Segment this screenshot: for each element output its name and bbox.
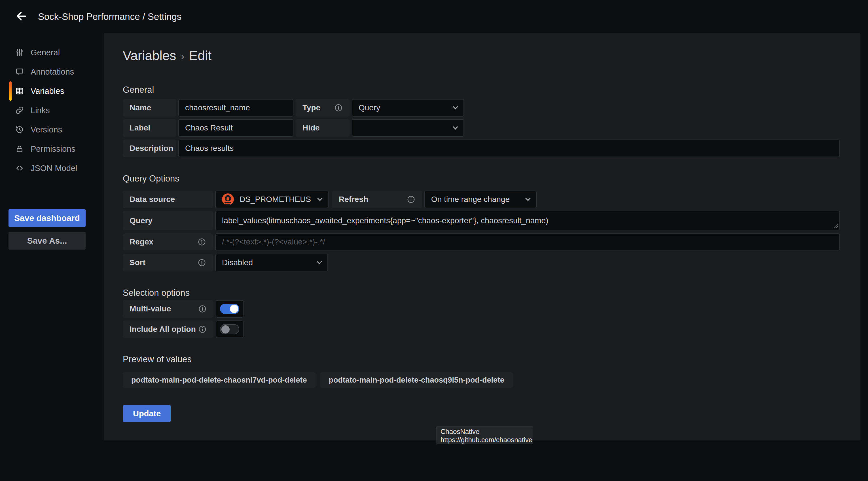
page-title: Sock-Shop Performance / Settings: [38, 11, 181, 22]
description-field-wrap: [178, 140, 840, 157]
tooltip-title: ChaosNative: [440, 427, 529, 435]
sort-row: Sort Disabled: [123, 254, 328, 271]
query-row: Query label_values(litmuschaos_awaited_e…: [123, 211, 840, 230]
preview-heading: Preview of values: [123, 354, 192, 364]
sliders-icon: [15, 48, 24, 57]
save-dashboard-button[interactable]: Save dashboard: [8, 209, 86, 227]
chevron-down-icon: [453, 124, 458, 129]
sidebar-item-label: General: [31, 48, 60, 57]
resize-handle-icon[interactable]: [833, 223, 838, 229]
datasource-select[interactable]: DS_PROMETHEUS: [215, 190, 329, 208]
description-input[interactable]: [185, 144, 833, 153]
preview-values: podtato-main-pod-delete-chaosnl7vd-pod-d…: [123, 372, 513, 388]
include-all-row: Include All option: [123, 321, 244, 338]
name-label: Name: [123, 99, 176, 117]
refresh-select[interactable]: On time range change: [424, 190, 537, 208]
sidebar-item-general[interactable]: General: [0, 43, 104, 62]
general-section-heading: General: [123, 85, 154, 95]
info-icon[interactable]: [198, 305, 207, 313]
chevron-down-icon: [317, 196, 322, 201]
sidebar-item-label: Links: [31, 106, 50, 115]
sort-label: Sort: [123, 254, 213, 271]
datasource-refresh-row: Data source DS_PROMETHEUS Refresh On tim…: [123, 190, 537, 208]
top-bar: Sock-Shop Performance / Settings: [0, 0, 868, 33]
include-all-label: Include All option: [123, 321, 213, 338]
sidebar-item-label: Permissions: [31, 144, 75, 154]
multi-value-row: Multi-value: [123, 300, 244, 318]
query-label: Query: [123, 211, 213, 230]
label-label: Label: [123, 119, 176, 137]
multi-value-toggle-wrap: [216, 300, 244, 318]
multi-value-label: Multi-value: [123, 300, 213, 318]
refresh-label: Refresh: [332, 190, 422, 208]
back-button[interactable]: [13, 9, 29, 25]
info-icon[interactable]: [407, 195, 415, 204]
sidebar-item-variables[interactable]: Variables: [0, 81, 104, 101]
regex-row: Regex: [123, 233, 840, 250]
settings-sidebar: General Annotations Variables: [0, 43, 104, 178]
type-label: Type: [296, 99, 349, 117]
sidebar-item-label: Versions: [31, 125, 62, 134]
link-icon: [15, 106, 24, 115]
history-icon: [15, 125, 24, 134]
regex-field-wrap: [215, 233, 840, 250]
sidebar-item-label: JSON Model: [31, 163, 77, 173]
info-icon[interactable]: [334, 103, 343, 112]
include-all-toggle[interactable]: [220, 324, 239, 334]
arrow-left-icon: [15, 10, 28, 24]
type-select[interactable]: Query: [352, 99, 464, 117]
info-icon[interactable]: [197, 259, 206, 267]
chevron-down-icon: [525, 196, 530, 201]
sidebar-item-label: Annotations: [31, 67, 74, 77]
active-tab-indicator: [9, 81, 11, 101]
save-as-button[interactable]: Save As...: [8, 232, 86, 249]
tooltip-url: https://github.com/chaosnative: [440, 435, 529, 444]
calculator-icon: [15, 86, 24, 96]
description-label: Description: [123, 140, 176, 157]
name-type-row: Name Type Query: [123, 99, 464, 117]
regex-input[interactable]: [222, 237, 833, 246]
label-input[interactable]: [185, 123, 287, 132]
label-field-wrap: [178, 119, 293, 137]
update-button[interactable]: Update: [123, 405, 171, 422]
sidebar-item-label: Variables: [31, 87, 64, 96]
breadcrumb-separator: ›: [181, 50, 184, 62]
query-textarea[interactable]: label_values(litmuschaos_awaited_experim…: [215, 211, 840, 230]
sort-select[interactable]: Disabled: [215, 254, 328, 271]
label-hide-row: Label Hide: [123, 119, 464, 137]
chevron-down-icon: [453, 104, 458, 109]
variable-editor-panel: Variables›Edit General Name Type Query L…: [104, 33, 860, 441]
sidebar-item-permissions[interactable]: Permissions: [0, 139, 104, 158]
chevron-down-icon: [317, 259, 322, 264]
lock-icon: [15, 144, 24, 154]
info-icon[interactable]: [198, 325, 207, 333]
hide-label: Hide: [296, 119, 349, 137]
breadcrumb-page: Edit: [189, 48, 212, 63]
link-preview-tooltip: ChaosNative https://github.com/chaosnati…: [437, 426, 533, 444]
preview-value-chip: podtato-main-pod-delete-chaosq9l5n-pod-d…: [320, 372, 513, 388]
sidebar-item-annotations[interactable]: Annotations: [0, 62, 104, 81]
prometheus-icon: [222, 193, 234, 205]
name-input[interactable]: [185, 103, 287, 112]
sidebar-item-links[interactable]: Links: [0, 101, 104, 120]
include-all-toggle-wrap: [216, 321, 244, 338]
preview-value-chip: podtato-main-pod-delete-chaosnl7vd-pod-d…: [123, 372, 315, 388]
code-icon: [15, 163, 24, 173]
query-options-heading: Query Options: [123, 174, 180, 184]
regex-label: Regex: [123, 233, 213, 250]
datasource-label: Data source: [123, 190, 213, 208]
name-field-wrap: [178, 99, 293, 117]
multi-value-toggle[interactable]: [220, 304, 239, 314]
sidebar-item-json-model[interactable]: JSON Model: [0, 158, 104, 178]
description-row: Description: [123, 140, 840, 157]
comment-icon: [15, 67, 24, 77]
breadcrumb: Variables›Edit: [123, 48, 212, 63]
info-icon[interactable]: [197, 238, 206, 246]
hide-select[interactable]: [352, 119, 464, 137]
selection-options-heading: Selection options: [123, 288, 190, 298]
breadcrumb-section[interactable]: Variables: [123, 48, 176, 63]
sidebar-item-versions[interactable]: Versions: [0, 120, 104, 139]
